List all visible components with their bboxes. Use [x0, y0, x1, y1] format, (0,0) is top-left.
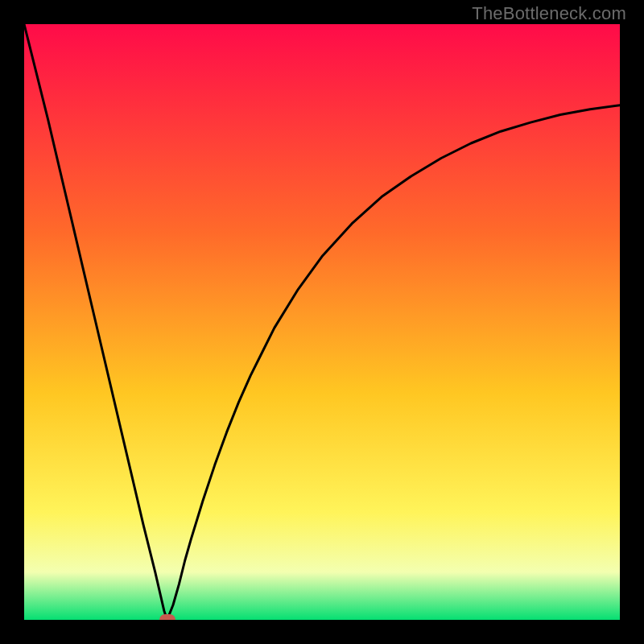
watermark-text: TheBottleneck.com — [472, 3, 626, 24]
optimal-point-marker — [159, 614, 175, 620]
plot-svg — [24, 24, 620, 620]
chart-root: TheBottleneck.com — [0, 0, 644, 644]
gradient-background — [24, 24, 620, 620]
plot-area — [24, 24, 620, 620]
